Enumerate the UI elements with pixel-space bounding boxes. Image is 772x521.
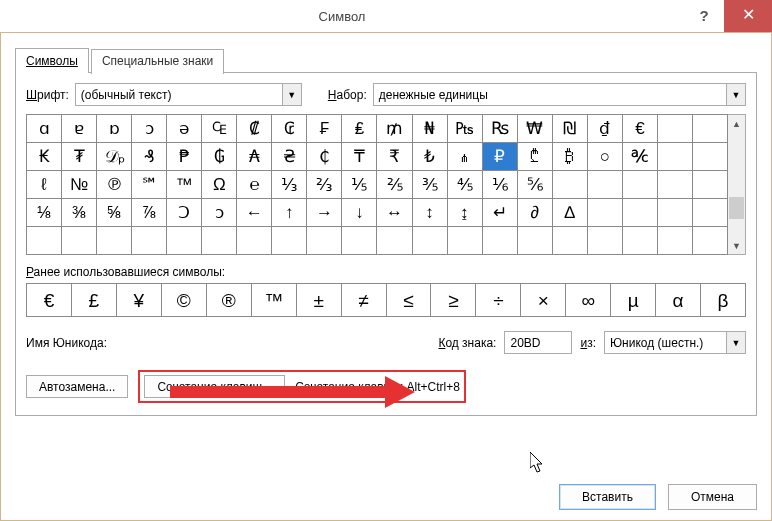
symbol-cell[interactable] — [658, 199, 693, 227]
symbol-cell[interactable]: ℮ — [237, 171, 272, 199]
symbol-cell[interactable] — [132, 227, 167, 255]
symbol-cell[interactable]: ↔ — [377, 199, 412, 227]
symbol-cell[interactable] — [377, 227, 412, 255]
symbol-cell[interactable]: € — [623, 115, 658, 143]
symbol-cell[interactable]: → — [307, 199, 342, 227]
font-combo[interactable]: (обычный текст) ▼ — [75, 83, 302, 106]
symbol-cell[interactable]: ™ — [167, 171, 202, 199]
symbol-cell[interactable]: ₽ — [483, 143, 518, 171]
symbol-cell[interactable] — [97, 227, 132, 255]
recent-cell[interactable]: ≥ — [431, 284, 476, 317]
symbol-cell[interactable] — [307, 227, 342, 255]
symbol-cell[interactable]: ₫ — [588, 115, 623, 143]
recent-cell[interactable]: ® — [207, 284, 252, 317]
recent-cell[interactable]: × — [521, 284, 566, 317]
symbol-cell[interactable]: ₸ — [342, 143, 377, 171]
symbol-cell[interactable] — [553, 227, 588, 255]
symbol-cell[interactable]: Ɔ — [167, 199, 202, 227]
recent-cell[interactable]: ∞ — [566, 284, 611, 317]
symbol-cell[interactable] — [693, 115, 728, 143]
symbol-cell[interactable]: ℗ — [97, 171, 132, 199]
symbol-cell[interactable]: ℀ — [623, 143, 658, 171]
symbol-cell[interactable]: ₰ — [132, 143, 167, 171]
symbol-cell[interactable]: ℠ — [132, 171, 167, 199]
grid-scrollbar[interactable]: ▲ ▼ — [728, 114, 746, 255]
close-button[interactable]: ✕ — [724, 0, 772, 32]
scroll-down-icon[interactable]: ▼ — [728, 237, 745, 254]
subset-combo[interactable]: денежные единицы ▼ — [373, 83, 746, 106]
symbol-cell[interactable]: ⅘ — [448, 171, 483, 199]
symbol-cell[interactable]: ∂ — [518, 199, 553, 227]
symbol-cell[interactable]: ₺ — [413, 143, 448, 171]
symbol-cell[interactable] — [272, 227, 307, 255]
tab-symbols[interactable]: Символы — [15, 48, 89, 73]
symbol-cell[interactable]: ₴ — [272, 143, 307, 171]
symbol-cell[interactable] — [693, 199, 728, 227]
symbol-cell[interactable]: ⅝ — [97, 199, 132, 227]
symbol-cell[interactable]: ⅕ — [342, 171, 377, 199]
symbol-cell[interactable]: ℓ — [27, 171, 62, 199]
symbol-cell[interactable]: ₳ — [237, 143, 272, 171]
from-combo[interactable]: Юникод (шестн.) ▼ — [604, 331, 746, 354]
symbol-cell[interactable] — [27, 227, 62, 255]
symbol-cell[interactable]: ₿ — [553, 143, 588, 171]
symbol-cell[interactable] — [658, 227, 693, 255]
symbol-cell[interactable] — [448, 227, 483, 255]
symbol-cell[interactable]: ₦ — [413, 115, 448, 143]
symbol-cell[interactable] — [237, 227, 272, 255]
symbol-cell[interactable]: 𝒟ₚ — [97, 143, 132, 171]
symbol-cell[interactable]: ₹ — [377, 143, 412, 171]
symbol-cell[interactable]: ₨ — [483, 115, 518, 143]
symbol-cell[interactable]: ← — [237, 199, 272, 227]
symbol-cell[interactable]: ₠ — [202, 115, 237, 143]
tab-special[interactable]: Специальные знаки — [91, 49, 224, 74]
symbol-cell[interactable]: ₩ — [518, 115, 553, 143]
symbol-cell[interactable]: ɐ — [62, 115, 97, 143]
symbol-cell[interactable]: ○ — [588, 143, 623, 171]
symbol-cell[interactable] — [167, 227, 202, 255]
symbol-cell[interactable] — [62, 227, 97, 255]
symbol-cell[interactable] — [588, 227, 623, 255]
symbol-cell[interactable]: ↑ — [272, 199, 307, 227]
symbol-cell[interactable]: ₮ — [62, 143, 97, 171]
symbol-cell[interactable] — [623, 199, 658, 227]
symbol-cell[interactable]: ₼ — [448, 143, 483, 171]
symbol-cell[interactable] — [518, 227, 553, 255]
symbol-cell[interactable] — [483, 227, 518, 255]
symbol-cell[interactable] — [588, 199, 623, 227]
recent-cell[interactable]: ≠ — [342, 284, 387, 317]
symbol-cell[interactable]: № — [62, 171, 97, 199]
symbol-cell[interactable] — [413, 227, 448, 255]
scroll-up-icon[interactable]: ▲ — [728, 115, 745, 132]
symbol-cell[interactable] — [588, 171, 623, 199]
symbol-cell[interactable]: ɑ — [27, 115, 62, 143]
symbol-cell[interactable] — [658, 143, 693, 171]
symbol-cell[interactable] — [693, 227, 728, 255]
recent-cell[interactable]: £ — [72, 284, 117, 317]
symbol-cell[interactable]: ₾ — [518, 143, 553, 171]
symbol-cell[interactable]: Ω — [202, 171, 237, 199]
autocorrect-button[interactable]: Автозамена... — [26, 375, 128, 398]
symbol-cell[interactable]: ₧ — [448, 115, 483, 143]
recent-cell[interactable]: µ — [611, 284, 656, 317]
symbol-cell[interactable] — [658, 115, 693, 143]
cancel-button[interactable]: Отмена — [668, 484, 757, 510]
symbol-cell[interactable]: ↵ — [483, 199, 518, 227]
recent-cell[interactable]: ™ — [252, 284, 297, 317]
recent-cell[interactable]: ÷ — [476, 284, 521, 317]
symbol-cell[interactable] — [693, 171, 728, 199]
symbol-cell[interactable]: ₤ — [342, 115, 377, 143]
symbol-cell[interactable]: ⅚ — [518, 171, 553, 199]
symbol-cell[interactable]: ⅞ — [132, 199, 167, 227]
symbol-cell[interactable] — [693, 143, 728, 171]
recent-cell[interactable]: € — [27, 284, 72, 317]
recent-cell[interactable]: ≤ — [387, 284, 432, 317]
symbol-cell[interactable]: ə — [167, 115, 202, 143]
symbol-cell[interactable]: ⅗ — [413, 171, 448, 199]
symbol-cell[interactable]: ₢ — [272, 115, 307, 143]
symbol-cell[interactable]: ₭ — [27, 143, 62, 171]
recent-cell[interactable]: © — [162, 284, 207, 317]
symbol-cell[interactable]: ↕ — [413, 199, 448, 227]
symbol-cell[interactable]: ∆ — [553, 199, 588, 227]
symbol-cell[interactable]: ɔ — [132, 115, 167, 143]
